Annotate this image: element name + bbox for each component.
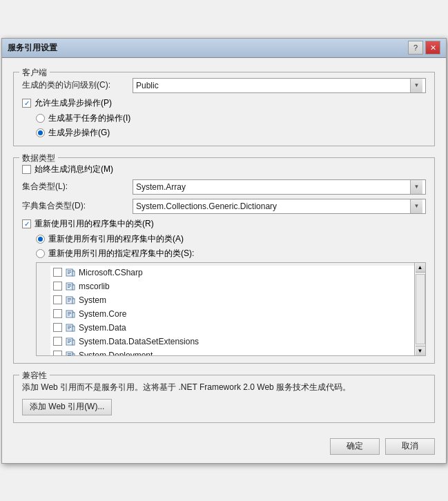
radio-task-label: 生成基于任务的操作(I) bbox=[48, 112, 130, 124]
assembly-checkbox[interactable] bbox=[53, 323, 62, 332]
ok-button[interactable]: 确定 bbox=[330, 438, 380, 455]
help-button[interactable]: ? bbox=[408, 41, 423, 55]
assembly-item[interactable]: System.Data.DataSetExtensions bbox=[50, 335, 414, 348]
svg-rect-32 bbox=[68, 341, 71, 342]
assembly-checkbox[interactable] bbox=[53, 268, 62, 277]
scrollbar[interactable]: ▲ ▼ bbox=[414, 263, 425, 355]
compatibility-text: 添加 Web 引用而不是服务引用。这将基于 .NET Framework 2.0… bbox=[22, 381, 426, 393]
svg-rect-8 bbox=[68, 286, 71, 286]
close-button[interactable]: ✕ bbox=[425, 41, 440, 55]
data-type-group-label: 数据类型 bbox=[19, 153, 58, 164]
footer-buttons: 确定 取消 bbox=[2, 431, 446, 463]
radio-async-label: 生成异步操作(G) bbox=[48, 127, 110, 139]
assembly-checkbox[interactable] bbox=[53, 337, 62, 346]
reuse-checkbox[interactable] bbox=[22, 219, 31, 228]
access-level-arrow-icon: ▼ bbox=[410, 79, 422, 92]
assembly-checkbox[interactable] bbox=[53, 295, 62, 304]
async-checkbox-label: 允许生成异步操作(P) bbox=[35, 97, 112, 109]
collection-type-dropdown[interactable]: System.Array ▼ bbox=[133, 179, 426, 195]
assembly-item[interactable]: System.Core bbox=[50, 307, 414, 321]
assembly-icon bbox=[65, 350, 76, 355]
svg-rect-15 bbox=[68, 301, 70, 302]
async-radio-group: 生成基于任务的操作(I) 生成异步操作(G) bbox=[36, 112, 426, 139]
title-bar: 服务引用设置 ? ✕ bbox=[2, 39, 446, 58]
cancel-button[interactable]: 取消 bbox=[385, 438, 435, 455]
assembly-checkbox[interactable] bbox=[53, 282, 62, 291]
content-area: 客户端 生成的类的访问级别(C): Public ▼ 允许生成异步操作(P) 生… bbox=[2, 58, 446, 431]
dict-type-value: System.Collections.Generic.Dictionary bbox=[136, 202, 410, 211]
collection-type-label: 集合类型(L): bbox=[22, 181, 133, 193]
svg-rect-7 bbox=[68, 284, 71, 285]
svg-rect-35 bbox=[72, 340, 75, 345]
dict-type-label: 字典集合类型(D): bbox=[22, 200, 133, 212]
dialog: 服务引用设置 ? ✕ 客户端 生成的类的访问级别(C): Public ▼ 允许… bbox=[1, 38, 447, 464]
dict-type-dropdown[interactable]: System.Collections.Generic.Dictionary ▼ bbox=[133, 199, 426, 214]
assembly-item[interactable]: System.Data bbox=[50, 321, 414, 335]
reuse-checkbox-label: 重新使用引用的程序集中的类(R) bbox=[35, 218, 154, 230]
assembly-icon bbox=[65, 336, 76, 347]
radio-specified[interactable] bbox=[36, 249, 45, 258]
svg-rect-33 bbox=[68, 342, 70, 343]
title-bar-left: 服务引用设置 bbox=[8, 42, 57, 54]
always-gen-row[interactable]: 始终生成消息约定(M) bbox=[22, 164, 426, 175]
assembly-name: mscorlib bbox=[79, 282, 110, 291]
always-gen-checkbox[interactable] bbox=[22, 165, 31, 174]
svg-rect-2 bbox=[68, 272, 71, 273]
assembly-name: System.Core bbox=[79, 309, 126, 319]
svg-rect-25 bbox=[68, 326, 71, 326]
svg-rect-31 bbox=[68, 340, 71, 340]
async-checkbox-row[interactable]: 允许生成异步操作(P) bbox=[22, 97, 426, 109]
client-group-label: 客户端 bbox=[19, 67, 50, 79]
radio-specified-label: 重新使用所引用的指定程序集中的类(S): bbox=[48, 248, 194, 259]
radio-specified-row[interactable]: 重新使用所引用的指定程序集中的类(S): bbox=[36, 248, 426, 259]
dict-type-row: 字典集合类型(D): System.Collections.Generic.Di… bbox=[22, 199, 426, 214]
svg-rect-26 bbox=[68, 327, 71, 328]
scrollbar-down-icon[interactable]: ▼ bbox=[416, 346, 425, 355]
dict-type-arrow-icon: ▼ bbox=[410, 199, 422, 213]
svg-rect-41 bbox=[72, 354, 75, 355]
assembly-name: System.Data bbox=[79, 323, 126, 333]
access-level-dropdown[interactable]: Public ▼ bbox=[133, 78, 426, 93]
access-level-value: Public bbox=[136, 81, 410, 90]
radio-all-row[interactable]: 重新使用所有引用的程序集中的类(A) bbox=[36, 233, 426, 245]
radio-async-row[interactable]: 生成异步操作(G) bbox=[36, 127, 426, 139]
data-type-group: 数据类型 始终生成消息约定(M) 集合类型(L): System.Array ▼… bbox=[13, 157, 435, 364]
radio-task[interactable] bbox=[36, 114, 45, 123]
add-web-button[interactable]: 添加 Web 引用(W)... bbox=[22, 399, 112, 415]
assembly-name: System.Data.DataSetExtensions bbox=[79, 337, 199, 346]
collection-type-value: System.Array bbox=[136, 182, 410, 192]
radio-all[interactable] bbox=[36, 235, 45, 244]
assembly-item[interactable]: mscorlib bbox=[50, 279, 414, 293]
svg-rect-20 bbox=[68, 313, 71, 314]
svg-rect-23 bbox=[72, 313, 75, 317]
svg-rect-13 bbox=[68, 298, 71, 299]
svg-rect-1 bbox=[68, 271, 71, 271]
client-group: 客户端 生成的类的访问级别(C): Public ▼ 允许生成异步操作(P) 生… bbox=[13, 72, 435, 146]
assembly-item[interactable]: Microsoft.CSharp bbox=[50, 266, 414, 279]
svg-rect-19 bbox=[68, 312, 71, 313]
assembly-checkbox[interactable] bbox=[53, 309, 62, 318]
assembly-icon bbox=[65, 281, 76, 292]
reuse-radio-group: 重新使用所有引用的程序集中的类(A) 重新使用所引用的指定程序集中的类(S): bbox=[36, 233, 426, 259]
assembly-icon bbox=[65, 308, 76, 320]
compatibility-group: 兼容性 添加 Web 引用而不是服务引用。这将基于 .NET Framework… bbox=[13, 375, 435, 423]
access-level-row: 生成的类的访问级别(C): Public ▼ bbox=[22, 78, 426, 93]
assembly-list-container: Microsoft.CSharp mscorlib System System.… bbox=[36, 262, 426, 356]
always-gen-label: 始终生成消息约定(M) bbox=[35, 164, 113, 175]
scrollbar-thumb[interactable] bbox=[416, 274, 425, 344]
reuse-checkbox-row[interactable]: 重新使用引用的程序集中的类(R) bbox=[22, 218, 426, 230]
radio-task-row[interactable]: 生成基于任务的操作(I) bbox=[36, 112, 426, 124]
svg-rect-37 bbox=[68, 353, 71, 354]
assembly-icon bbox=[65, 267, 76, 278]
assembly-list[interactable]: Microsoft.CSharp mscorlib System System.… bbox=[50, 266, 414, 355]
radio-async[interactable] bbox=[36, 128, 45, 137]
svg-rect-3 bbox=[68, 273, 70, 274]
assembly-name: System.Deployment bbox=[79, 351, 153, 355]
svg-rect-29 bbox=[72, 326, 75, 331]
assembly-checkbox[interactable] bbox=[53, 351, 62, 355]
assembly-item[interactable]: System bbox=[50, 293, 414, 307]
async-checkbox[interactable] bbox=[22, 99, 31, 108]
scrollbar-up-icon[interactable]: ▲ bbox=[416, 263, 425, 273]
assembly-name: System bbox=[79, 295, 106, 305]
assembly-item[interactable]: System.Deployment bbox=[50, 348, 414, 355]
